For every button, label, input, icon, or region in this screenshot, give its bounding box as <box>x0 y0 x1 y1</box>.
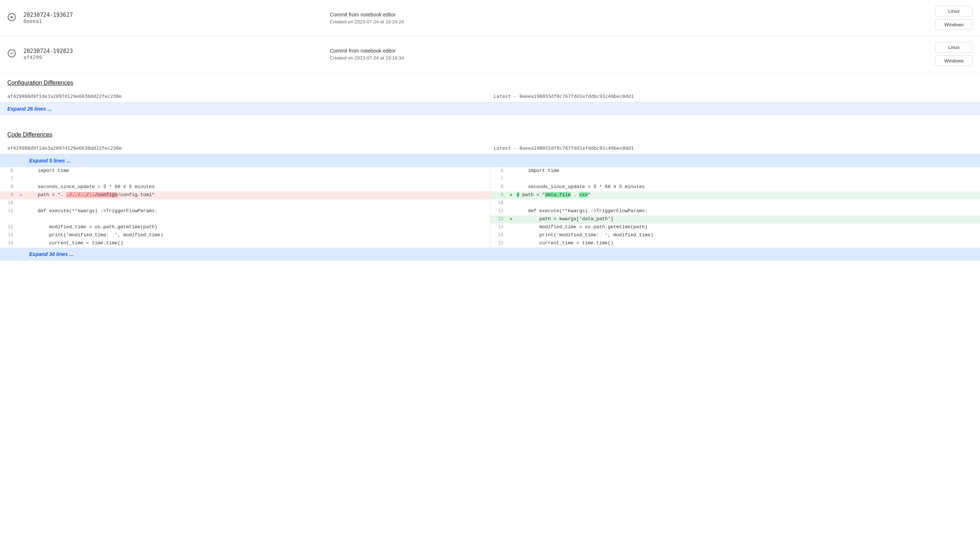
left-code-2: seconds_since_update = 5 * 60 # 5 minute… <box>24 183 490 191</box>
left-line-7: 12 modified_time = os.path.getmtime(path… <box>0 223 490 231</box>
windows-button-2[interactable]: Windows <box>935 56 973 66</box>
right-code-8: print('modified_time: ', modified_time) <box>515 231 980 240</box>
right-line-num-1: 7 <box>490 175 508 183</box>
left-line-1: 7 <box>0 175 490 183</box>
commit-buttons-1: Linux Windows <box>935 6 973 30</box>
code-right-hash: Latest - 8eeea198055df0c767fdd1efddbc91c… <box>486 145 973 151</box>
left-line-num-1: 7 <box>0 175 18 183</box>
commit-id-1: 20230724-193627 <box>23 11 322 18</box>
left-code-0: import time <box>24 167 490 175</box>
left-marker-1 <box>18 175 24 183</box>
code-diff-header: af429988d9f1de3a2897d129e6630dd22fec230e… <box>0 143 980 154</box>
right-line-num-9: 15 <box>490 240 508 248</box>
left-marker-8 <box>18 231 24 240</box>
left-line-4: 10 <box>0 199 490 207</box>
right-code-6: path = kwargs['data_path'] <box>515 215 980 223</box>
right-code-3: # path = "data_file . csv" <box>515 191 980 199</box>
config-expand-link[interactable]: Expand 26 lines ... <box>7 106 51 112</box>
right-line-3: 9+# path = "data_file . csv" <box>490 191 980 199</box>
commit-msg-date-2: Created on 2023-07-24 at 19:16:34 <box>330 55 928 61</box>
left-line-9: 14 current_time = time.time() <box>0 240 490 248</box>
right-line-8: 14 print('modified_time: ', modified_tim… <box>490 231 980 240</box>
right-line-num-6: 12 <box>490 215 508 223</box>
right-marker-3: + <box>508 191 515 199</box>
right-line-4: 10 <box>490 199 980 207</box>
config-diff-header: af429988d9f1de3a2897d129e6630dd22fec230e… <box>0 90 980 102</box>
left-line-num-4: 10 <box>0 199 18 207</box>
code-left-hash: af429988d9f1de3a2897d129e6630dd22fec230e <box>7 145 486 151</box>
minus-icon <box>7 49 18 59</box>
code-expand-bottom-link[interactable]: Expand 34 lines ... <box>29 251 74 257</box>
split-left: 6 import time7 8 seconds_since_update = … <box>0 167 490 248</box>
left-marker-6 <box>18 215 24 223</box>
config-right-hash: Latest - 8eeea198055df0c767fdd1efddbc91c… <box>486 94 973 99</box>
left-line-6 <box>0 215 490 223</box>
left-line-num-6 <box>0 215 18 223</box>
commit-entry-2: 20230724-192823 af4299 Commit from noteb… <box>0 36 980 72</box>
left-marker-7 <box>18 223 24 231</box>
left-marker-9 <box>18 240 24 248</box>
right-line-num-4: 10 <box>490 199 508 207</box>
left-code-7: modified_time = os.path.getmtime(path) <box>24 223 490 231</box>
linux-button-2[interactable]: Linux <box>935 42 973 53</box>
left-code-1 <box>24 175 490 183</box>
right-line-num-2: 8 <box>490 183 508 191</box>
main-container: 20230724-193627 8eeea1 Commit from noteb… <box>0 0 980 261</box>
left-line-3: 9- path = ". ./../../../configs/config.t… <box>0 191 490 199</box>
right-line-5: 11 def execute(**kwargs) ->TriggerFlowPa… <box>490 207 980 215</box>
right-line-7: 13 modified_time = os.path.getmtime(path… <box>490 223 980 231</box>
right-marker-1 <box>508 175 515 183</box>
right-line-num-7: 13 <box>490 223 508 231</box>
right-line-6: 12+ path = kwargs['data_path'] <box>490 215 980 223</box>
commit-info-2: 20230724-192823 af4299 <box>23 48 322 60</box>
code-diff-title: Code Differences <box>0 124 980 143</box>
right-code-9: current_time = time.time() <box>515 240 980 248</box>
left-line-8: 13 print('modified_time: ', modified_tim… <box>0 231 490 240</box>
left-marker-2 <box>18 183 24 191</box>
right-line-num-3: 9 <box>490 191 508 199</box>
split-diff: 6 import time7 8 seconds_since_update = … <box>0 167 980 248</box>
left-line-num-9: 14 <box>0 240 18 248</box>
left-line-num-3: 9 <box>0 191 18 199</box>
commit-id-2: 20230724-192823 <box>23 48 322 54</box>
config-left-hash: af429988d9f1de3a2897d129e6630dd22fec230e <box>7 94 486 99</box>
left-code-4 <box>24 199 490 207</box>
code-diff-section: Code Differences af429988d9f1de3a2897d12… <box>0 124 980 261</box>
left-code-3: path = ". ./../../../configs/config.toml… <box>24 191 490 199</box>
left-line-5: 11 def execute(**kwargs) ->TriggerFlowPa… <box>0 207 490 215</box>
right-code-5: def execute(**kwargs) ->TriggerFlowParam… <box>515 207 980 215</box>
left-line-num-5: 11 <box>0 207 18 215</box>
right-marker-2 <box>508 183 515 191</box>
left-code-6 <box>24 215 490 223</box>
right-marker-9 <box>508 240 515 248</box>
left-marker-3: - <box>18 191 24 199</box>
left-code-8: print('modified_time: ', modified_time) <box>24 231 490 240</box>
config-expand-row: Expand 26 lines ... <box>0 102 980 115</box>
left-line-0: 6 import time <box>0 167 490 175</box>
commit-hash-1: 8eeea1 <box>23 18 322 24</box>
commit-msg-title-2: Commit from notebook editor <box>330 48 928 54</box>
right-marker-8 <box>508 231 515 240</box>
right-code-0: import time <box>515 167 980 175</box>
left-line-num-8: 13 <box>0 231 18 240</box>
linux-button-1[interactable]: Linux <box>935 6 973 16</box>
left-line-num-0: 6 <box>0 167 18 175</box>
plus-icon <box>7 13 18 23</box>
code-expand-top-row: Expand 5 lines ... <box>0 154 980 167</box>
right-marker-0 <box>508 167 515 175</box>
commit-message-1: Commit from notebook editor Created on 2… <box>322 11 935 25</box>
windows-button-1[interactable]: Windows <box>935 20 973 30</box>
left-marker-5 <box>18 207 24 215</box>
commit-info-1: 20230724-193627 8eeea1 <box>23 11 322 24</box>
commit-hash-2: af4299 <box>23 54 322 60</box>
right-line-2: 8 seconds_since_update = 5 * 60 # 5 minu… <box>490 183 980 191</box>
left-code-5: def execute(**kwargs) ->TriggerFlowParam… <box>24 207 490 215</box>
left-line-num-7: 12 <box>0 223 18 231</box>
code-expand-top-link[interactable]: Expand 5 lines ... <box>29 158 71 164</box>
right-line-num-0: 6 <box>490 167 508 175</box>
left-code-9: current_time = time.time() <box>24 240 490 248</box>
left-line-2: 8 seconds_since_update = 5 * 60 # 5 minu… <box>0 183 490 191</box>
right-code-1 <box>515 175 980 183</box>
right-code-2: seconds_since_update = 5 * 60 # 5 minute… <box>515 183 980 191</box>
left-line-num-2: 8 <box>0 183 18 191</box>
